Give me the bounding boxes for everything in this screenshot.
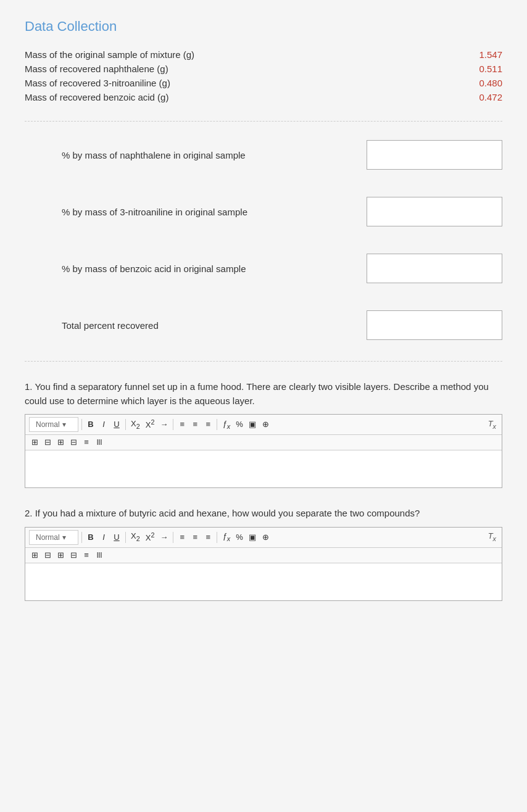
data-row-value-3: 0.472 — [465, 92, 502, 102]
image2-button[interactable]: ⊟ — [68, 436, 79, 449]
calc-row-0: % by mass of naphthalene in original sam… — [25, 134, 502, 176]
align-left-button[interactable]: ≡ — [176, 418, 188, 431]
percent-button[interactable]: % — [234, 531, 245, 544]
data-collection-section: Mass of the original sample of mixture (… — [25, 49, 502, 102]
clear-format-button[interactable]: Tx — [486, 418, 498, 432]
data-row-0: Mass of the original sample of mixture (… — [25, 49, 502, 60]
calc-label-0: % by mass of naphthalene in original sam… — [25, 150, 367, 160]
data-row-3: Mass of recovered benzoic acid (g) 0.472 — [25, 92, 502, 102]
percent-button[interactable]: % — [234, 418, 245, 431]
data-row-label-3: Mass of recovered benzoic acid (g) — [25, 92, 168, 102]
list-button[interactable]: ⊟ — [42, 436, 53, 449]
align-center-button[interactable]: ≡ — [189, 531, 201, 544]
calc-label-1: % by mass of 3-nitroaniline in original … — [25, 207, 367, 217]
data-row-label-0: Mass of the original sample of mixture (… — [25, 49, 194, 60]
align3-button[interactable]: ≡ — [81, 549, 92, 561]
clear-format-button[interactable]: Tx — [486, 530, 498, 544]
fx-button[interactable]: ƒx — [220, 530, 232, 544]
image-button[interactable]: ▣ — [247, 531, 258, 544]
data-row-label-1: Mass of recovered naphthalene (g) — [25, 64, 168, 74]
bold-button[interactable]: B — [85, 418, 96, 431]
separator-2 — [125, 532, 126, 543]
align-right-button[interactable]: ≡ — [202, 418, 214, 431]
subscript-button[interactable]: X2 — [129, 530, 142, 544]
italic-button[interactable]: I — [98, 418, 109, 431]
calc-label-2: % by mass of benzoic acid in original sa… — [25, 263, 367, 274]
calc-input-3[interactable] — [367, 310, 502, 340]
calc-input-1[interactable] — [367, 197, 502, 226]
underline-button[interactable]: U — [111, 531, 122, 544]
separator-4 — [217, 532, 217, 543]
arrow-button[interactable]: → — [158, 418, 170, 431]
editor-toolbar-row2: ⊞ ⊟ ⊞ ⊟ ≡ lll — [25, 435, 502, 450]
page-title: Data Collection — [25, 19, 502, 35]
bold-button[interactable]: B — [85, 531, 96, 544]
table-button[interactable]: ⊞ — [29, 549, 40, 561]
table-button[interactable]: ⊞ — [29, 436, 40, 449]
questions-container: 1. You find a separatory funnel set up i… — [25, 380, 502, 601]
editor-toolbar-row2: ⊞ ⊟ ⊞ ⊟ ≡ lll — [25, 548, 502, 563]
separator-4 — [217, 419, 217, 430]
image-button[interactable]: ▣ — [247, 418, 258, 431]
style-label: Normal — [36, 420, 60, 429]
fx-button[interactable]: ƒx — [220, 418, 232, 432]
list-button[interactable]: ⊟ — [42, 549, 53, 561]
data-row-value-1: 0.511 — [465, 64, 502, 74]
data-row-2: Mass of recovered 3-nitroaniline (g) 0.4… — [25, 78, 502, 88]
subscript-button[interactable]: X2 — [129, 418, 142, 432]
image2-button[interactable]: ⊟ — [68, 549, 79, 561]
data-row-value-2: 0.480 — [465, 78, 502, 88]
data-row-label-2: Mass of recovered 3-nitroaniline (g) — [25, 78, 170, 88]
chart-button[interactable]: lll — [94, 549, 105, 561]
question-section-1: 2. If you had a mixture of butyric acid … — [25, 507, 502, 601]
question-text-1: 2. If you had a mixture of butyric acid … — [25, 507, 502, 521]
separator-2 — [125, 419, 126, 430]
style-label: Normal — [36, 533, 60, 542]
superscript-button[interactable]: X2 — [144, 530, 157, 545]
editor-toolbar: Normal ▾ B I U X2 X2 → ≡ ≡ ≡ ƒx % ▣ ⊕ — [25, 415, 502, 435]
align-right-button[interactable]: ≡ — [202, 531, 214, 544]
underline-button[interactable]: U — [111, 418, 122, 431]
data-rows-container: Mass of the original sample of mixture (… — [25, 49, 502, 102]
align-center-button[interactable]: ≡ — [189, 418, 201, 431]
divider-1 — [25, 121, 502, 122]
style-select[interactable]: Normal ▾ — [29, 530, 78, 545]
calc-label-3: Total percent recovered — [25, 320, 367, 331]
calc-row-3: Total percent recovered — [25, 304, 502, 346]
indent-button[interactable]: ⊞ — [55, 549, 66, 561]
arrow-button[interactable]: → — [158, 531, 170, 544]
calculation-section: % by mass of naphthalene in original sam… — [25, 134, 502, 346]
editor-box-1[interactable]: Normal ▾ B I U X2 X2 → ≡ ≡ ≡ ƒx % ▣ ⊕ — [25, 527, 502, 601]
style-select[interactable]: Normal ▾ — [29, 417, 78, 432]
align3-button[interactable]: ≡ — [81, 436, 92, 449]
separator-3 — [173, 532, 173, 543]
editor-content-1[interactable] — [25, 563, 502, 600]
editor-content-0[interactable] — [25, 450, 502, 487]
calc-row-2: % by mass of benzoic acid in original sa… — [25, 247, 502, 289]
question-section-0: 1. You find a separatory funnel set up i… — [25, 380, 502, 488]
indent-button[interactable]: ⊞ — [55, 436, 66, 449]
superscript-button[interactable]: X2 — [144, 417, 157, 432]
separator-1 — [81, 532, 82, 543]
italic-button[interactable]: I — [98, 531, 109, 544]
calc-input-2[interactable] — [367, 254, 502, 283]
separator-1 — [81, 419, 82, 430]
link-button[interactable]: ⊕ — [260, 418, 271, 431]
divider-2 — [25, 361, 502, 362]
calc-input-0[interactable] — [367, 140, 502, 170]
calc-rows-container: % by mass of naphthalene in original sam… — [25, 134, 502, 346]
question-text-0: 1. You find a separatory funnel set up i… — [25, 380, 502, 408]
editor-toolbar: Normal ▾ B I U X2 X2 → ≡ ≡ ≡ ƒx % ▣ ⊕ — [25, 528, 502, 548]
align-left-button[interactable]: ≡ — [176, 531, 188, 544]
data-row-value-0: 1.547 — [465, 49, 502, 60]
data-row-1: Mass of recovered naphthalene (g) 0.511 — [25, 64, 502, 74]
chart-button[interactable]: lll — [94, 436, 105, 449]
editor-box-0[interactable]: Normal ▾ B I U X2 X2 → ≡ ≡ ≡ ƒx % ▣ ⊕ — [25, 414, 502, 488]
link-button[interactable]: ⊕ — [260, 531, 271, 544]
calc-row-1: % by mass of 3-nitroaniline in original … — [25, 191, 502, 233]
chevron-down-icon: ▾ — [62, 420, 66, 429]
separator-3 — [173, 419, 173, 430]
chevron-down-icon: ▾ — [62, 533, 66, 542]
